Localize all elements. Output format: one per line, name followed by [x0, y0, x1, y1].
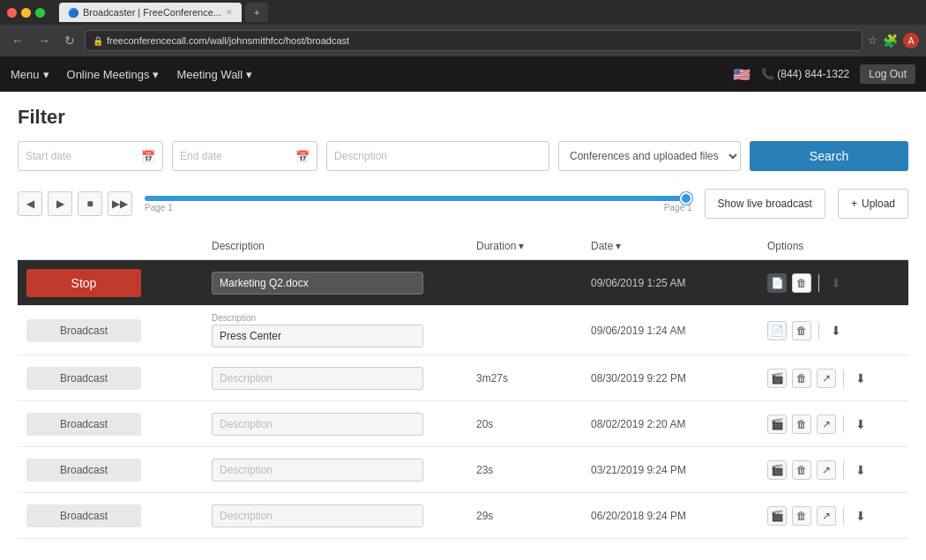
meeting-wall-label: Meeting Wall	[176, 68, 243, 81]
options-divider	[843, 507, 844, 525]
browser-tabs: 🔵 Broadcaster | FreeConference... ✕ +	[59, 3, 268, 22]
share-icon[interactable]: ↗	[817, 460, 836, 480]
next-button[interactable]: ▶▶	[108, 191, 132, 216]
nav-meeting-wall[interactable]: Meeting Wall ▾	[176, 68, 252, 81]
tab-close-icon[interactable]: ✕	[226, 8, 233, 17]
tab-favicon: 🔵	[68, 8, 78, 18]
maximize-button[interactable]	[35, 8, 45, 18]
app-navigation: Menu ▾ Online Meetings ▾ Meeting Wall ▾ …	[0, 56, 926, 92]
film-icon[interactable]: 🎬	[767, 506, 787, 526]
nav-menu-left: Menu ▾ Online Meetings ▾ Meeting Wall ▾	[11, 68, 252, 81]
description-input[interactable]: Description	[326, 141, 549, 171]
row-duration-cell: 23s	[476, 464, 591, 476]
end-date-calendar-icon[interactable]: 📅	[295, 150, 310, 163]
menu-label: Menu	[11, 68, 40, 81]
row-duration-cell: 3m27s	[476, 372, 591, 385]
row-description-cell: Description	[212, 459, 476, 482]
reload-button[interactable]: ↻	[60, 32, 79, 49]
document-icon[interactable]: 📄	[767, 321, 787, 340]
row-duration-cell: 20s	[476, 418, 591, 430]
conference-type-select[interactable]: Conferences and uploaded files Conferenc…	[558, 141, 741, 171]
delete-icon[interactable]: 🗑	[792, 273, 811, 293]
url-text: freeconferencecall.com/wall/johnsmithfcc…	[107, 35, 349, 46]
film-icon[interactable]: 🎬	[767, 414, 787, 434]
description-field[interactable]: Description	[212, 459, 423, 482]
slider-track	[145, 196, 692, 201]
options-divider	[843, 461, 844, 479]
user-icon[interactable]: A	[903, 33, 919, 49]
delete-icon[interactable]: 🗑	[792, 369, 811, 388]
active-tab[interactable]: 🔵 Broadcaster | FreeConference... ✕	[59, 3, 242, 22]
prev-button[interactable]: ◀	[18, 191, 42, 216]
table-row: Broadcast Description Press Center 09/06…	[18, 306, 908, 355]
delete-icon[interactable]: 🗑	[792, 460, 811, 480]
play-button[interactable]: ▶	[48, 191, 72, 216]
table-row: Broadcast Description 23s 03/21/2019 9:2…	[18, 447, 908, 493]
phone-number: 📞 (844) 844-1322	[761, 68, 849, 80]
row-description-cell: Description	[212, 413, 476, 436]
description-field[interactable]: Press Center	[212, 325, 423, 347]
meetings-chevron-icon: ▾	[153, 68, 159, 81]
row-action-cell: Broadcast	[26, 459, 212, 482]
slider-thumb[interactable]	[680, 192, 692, 205]
upload-button[interactable]: + Upload	[838, 189, 908, 219]
share-icon[interactable]: ↗	[817, 369, 836, 388]
star-icon[interactable]: ☆	[868, 34, 877, 47]
back-button[interactable]: ←	[7, 32, 28, 49]
broadcast-button[interactable]: Broadcast	[26, 367, 141, 390]
delete-icon[interactable]: 🗑	[792, 414, 811, 434]
download-icon[interactable]: ⬇	[851, 369, 870, 388]
download-icon[interactable]: ⬇	[851, 460, 870, 480]
table-header: Description Duration ▾ Date ▾ Options	[18, 233, 908, 260]
share-icon[interactable]: ↗	[817, 506, 836, 526]
flag-icon: 🇺🇸	[733, 66, 751, 83]
stop-button[interactable]: Stop	[26, 269, 141, 297]
url-field[interactable]: 🔒 freeconferencecall.com/wall/johnsmithf…	[85, 30, 863, 51]
download-icon[interactable]: ⬇	[826, 273, 846, 293]
col-header-duration[interactable]: Duration ▾	[476, 240, 591, 252]
description-field[interactable]: Description	[212, 413, 423, 436]
download-icon[interactable]: ⬇	[826, 321, 846, 340]
row-description-cell: Description Press Center	[212, 313, 476, 347]
delete-icon[interactable]: 🗑	[792, 321, 811, 340]
new-tab[interactable]: +	[245, 3, 268, 22]
lock-icon: 🔒	[93, 36, 103, 46]
minimize-button[interactable]	[21, 8, 31, 18]
description-sublabel: Description	[212, 313, 476, 323]
window-controls[interactable]	[7, 8, 45, 18]
close-button[interactable]	[7, 8, 17, 18]
description-field[interactable]: Description	[212, 367, 423, 390]
nav-menu[interactable]: Menu ▾	[11, 68, 49, 81]
description-field[interactable]: Description	[212, 504, 423, 527]
start-date-calendar-icon[interactable]: 📅	[141, 150, 155, 163]
download-icon[interactable]: ⬇	[851, 506, 870, 526]
progress-slider[interactable]: Page 1 Page 1	[145, 196, 692, 213]
row-options-cell: 🎬 🗑 ↗ ⬇	[767, 506, 900, 526]
forward-button[interactable]: →	[34, 32, 55, 49]
stop-button[interactable]: ■	[78, 191, 102, 216]
delete-icon[interactable]: 🗑	[792, 506, 811, 526]
document-icon[interactable]: 📄	[767, 273, 787, 293]
broadcast-button[interactable]: Broadcast	[26, 459, 141, 482]
end-date-placeholder: End date	[180, 150, 222, 162]
broadcast-button[interactable]: Broadcast	[26, 504, 141, 527]
col-header-date[interactable]: Date ▾	[591, 240, 767, 252]
extensions-icon[interactable]: 🧩	[883, 34, 898, 48]
end-date-input[interactable]: End date 📅	[172, 141, 317, 171]
duration-sort-icon: ▾	[519, 240, 524, 252]
row-date-cell: 06/20/2018 9:24 PM	[591, 510, 767, 522]
logout-button[interactable]: Log Out	[860, 64, 915, 84]
slider-start-label: Page 1	[145, 203, 173, 213]
download-icon[interactable]: ⬇	[851, 414, 870, 434]
broadcast-button[interactable]: Broadcast	[26, 413, 141, 436]
film-icon[interactable]: 🎬	[767, 369, 787, 388]
upload-label: Upload	[862, 198, 895, 210]
share-icon[interactable]: ↗	[817, 414, 836, 434]
start-date-input[interactable]: Start date 📅	[18, 141, 163, 171]
search-button[interactable]: Search	[750, 141, 908, 171]
live-broadcast-button[interactable]: Show live broadcast	[705, 189, 825, 219]
nav-online-meetings[interactable]: Online Meetings ▾	[67, 68, 160, 81]
description-field[interactable]: Marketing Q2.docx	[212, 272, 423, 295]
film-icon[interactable]: 🎬	[767, 460, 787, 480]
broadcast-button[interactable]: Broadcast	[26, 319, 141, 342]
